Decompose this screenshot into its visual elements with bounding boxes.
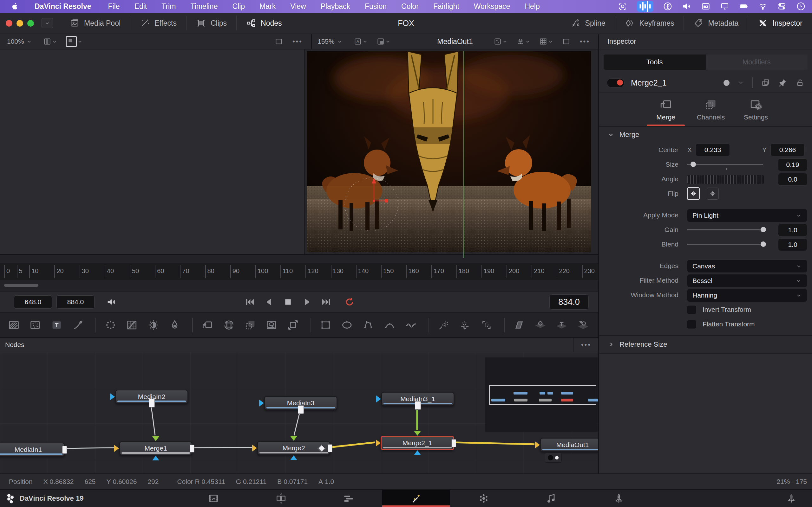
text-3d-tool-icon[interactable] bbox=[555, 319, 568, 331]
volume-icon[interactable] bbox=[682, 2, 692, 11]
mask-input-arrow[interactable] bbox=[290, 455, 297, 460]
output-port[interactable] bbox=[149, 399, 155, 407]
page-tab-cut[interactable] bbox=[247, 490, 315, 507]
lock-icon[interactable] bbox=[796, 78, 804, 87]
paint-tool-icon[interactable] bbox=[72, 319, 84, 331]
node-tile-color-icon[interactable] bbox=[723, 80, 729, 86]
page-tab-fairlight[interactable] bbox=[517, 490, 585, 507]
menu-playback[interactable]: Playback bbox=[321, 2, 350, 11]
menu-fairlight[interactable]: Fairlight bbox=[433, 2, 459, 11]
color-curves-tool-icon[interactable] bbox=[125, 319, 138, 331]
node-mediain1[interactable]: MediaIn1 bbox=[0, 443, 65, 457]
background-tool-icon[interactable] bbox=[8, 319, 20, 331]
node-connection-white[interactable] bbox=[63, 448, 115, 448]
rectangle-mask-tool-icon[interactable] bbox=[319, 319, 332, 331]
node-merge1[interactable]: Merge1 bbox=[119, 441, 192, 455]
input-arrow-blue[interactable] bbox=[376, 395, 381, 402]
viewer-image-fox[interactable] bbox=[307, 51, 591, 252]
node-graph-minimap[interactable] bbox=[485, 357, 598, 432]
accessibility-icon[interactable] bbox=[663, 2, 672, 11]
text-plus-tool-icon[interactable] bbox=[50, 319, 63, 331]
output-port[interactable] bbox=[190, 445, 194, 452]
resize-tool-icon[interactable] bbox=[287, 319, 299, 331]
polygon-mask-tool-icon[interactable] bbox=[362, 319, 374, 331]
hue-curves-tool-icon[interactable] bbox=[168, 319, 181, 331]
slider-knob[interactable] bbox=[761, 227, 766, 232]
node-mediain3[interactable]: MediaIn3 bbox=[264, 396, 337, 410]
go-to-end-button[interactable] bbox=[321, 297, 331, 307]
blend-field[interactable]: 1.0 bbox=[778, 238, 807, 251]
matte-control-tool-icon[interactable] bbox=[244, 319, 256, 331]
subtab-settings[interactable]: Settings bbox=[740, 98, 772, 121]
layer-view-icon[interactable] bbox=[376, 38, 385, 46]
left-viewer-pane[interactable] bbox=[0, 49, 305, 254]
menu-view[interactable]: View bbox=[290, 2, 306, 11]
input-arrow-yellow[interactable] bbox=[252, 445, 257, 452]
gain-field[interactable]: 1.0 bbox=[778, 224, 807, 236]
pin-icon[interactable] bbox=[778, 78, 787, 87]
keyframes-button[interactable]: Keyframes bbox=[615, 16, 684, 31]
input-arrow-yellow[interactable] bbox=[376, 440, 380, 447]
clips-button[interactable]: Clips bbox=[186, 16, 236, 31]
timeline-scrollbar[interactable] bbox=[0, 280, 598, 291]
node-connection-yellow[interactable] bbox=[454, 442, 535, 444]
fast-noise-tool-icon[interactable] bbox=[29, 319, 41, 331]
layer-view-icon[interactable] bbox=[66, 36, 77, 47]
flip-horizontal-button[interactable] bbox=[687, 187, 700, 200]
chevron-down-icon[interactable] bbox=[548, 38, 554, 45]
minimap-viewport[interactable] bbox=[489, 385, 596, 405]
nodes-options-menu[interactable]: ••• bbox=[581, 341, 591, 349]
input-arrow-blue[interactable] bbox=[110, 393, 115, 400]
menu-file[interactable]: File bbox=[108, 2, 120, 11]
output-port[interactable] bbox=[451, 439, 456, 447]
effects-button[interactable]: Effects bbox=[130, 16, 186, 31]
tab-tools[interactable]: Tools bbox=[604, 55, 706, 70]
draw-mask-tool-icon[interactable] bbox=[405, 319, 417, 331]
dither-icon[interactable] bbox=[494, 38, 502, 46]
left-viewer-zoom-select[interactable]: 100% bbox=[7, 38, 24, 45]
copy-settings-icon[interactable] bbox=[761, 78, 770, 87]
render-range-end-field[interactable]: 884.0 bbox=[56, 295, 95, 308]
input-arrow-yellow[interactable] bbox=[114, 445, 119, 452]
chevron-down-icon[interactable] bbox=[362, 38, 368, 45]
output-port[interactable] bbox=[62, 446, 67, 454]
close-window-button[interactable] bbox=[6, 20, 12, 26]
mask-input-arrow[interactable] bbox=[414, 450, 421, 455]
blur-tool-icon[interactable] bbox=[104, 319, 117, 331]
foreground-input-arrow[interactable] bbox=[152, 436, 159, 441]
flatten-transform-checkbox[interactable] bbox=[687, 320, 696, 329]
transform-tool-icon[interactable] bbox=[223, 319, 235, 331]
chevron-down-icon[interactable] bbox=[337, 38, 343, 45]
input-source-icon[interactable] bbox=[701, 2, 711, 11]
menu-mark[interactable]: Mark bbox=[259, 2, 275, 11]
zoom-window-button[interactable] bbox=[27, 20, 34, 26]
reference-size-header[interactable]: Reference Size bbox=[599, 336, 812, 353]
particle-modifier-tool-icon[interactable] bbox=[459, 319, 471, 331]
mask-input-arrow[interactable] bbox=[152, 456, 159, 460]
menu-clip[interactable]: Clip bbox=[232, 2, 245, 11]
foreground-input-arrow[interactable] bbox=[290, 436, 297, 441]
bspline-mask-tool-icon[interactable] bbox=[384, 319, 396, 331]
audio-mute-button[interactable] bbox=[106, 297, 117, 307]
flip-vertical-button[interactable] bbox=[707, 187, 719, 200]
page-tab-deliver[interactable] bbox=[585, 490, 653, 507]
control-center-icon[interactable] bbox=[777, 2, 786, 11]
output-port[interactable] bbox=[415, 401, 421, 410]
merge-tool-icon[interactable] bbox=[201, 319, 213, 331]
center-x-field[interactable]: 0.233 bbox=[696, 144, 730, 156]
ui-layout-toggle-button[interactable] bbox=[42, 18, 53, 28]
tab-modifiers[interactable]: Modifiers bbox=[706, 55, 808, 70]
particle-emitter-tool-icon[interactable] bbox=[438, 319, 450, 331]
page-tab-color[interactable] bbox=[450, 490, 517, 507]
node-connection-yellow[interactable] bbox=[329, 442, 375, 447]
menu-trim[interactable]: Trim bbox=[161, 2, 176, 11]
window-method-dropdown[interactable]: Hanning bbox=[687, 289, 807, 302]
menu-davinci-resolve[interactable]: DaVinci Resolve bbox=[35, 2, 91, 11]
inspector-button[interactable]: Inspector bbox=[748, 16, 812, 31]
channel-select-icon[interactable]: A bbox=[354, 38, 362, 46]
node-connection-white[interactable] bbox=[294, 411, 300, 435]
edges-dropdown[interactable]: Canvas bbox=[687, 260, 807, 273]
output-port[interactable] bbox=[298, 405, 304, 414]
frame-view-icon[interactable] bbox=[275, 38, 283, 46]
node-graph[interactable]: MediaIn1MediaIn2MediaIn3MediaIn3_1Merge1… bbox=[0, 352, 598, 473]
